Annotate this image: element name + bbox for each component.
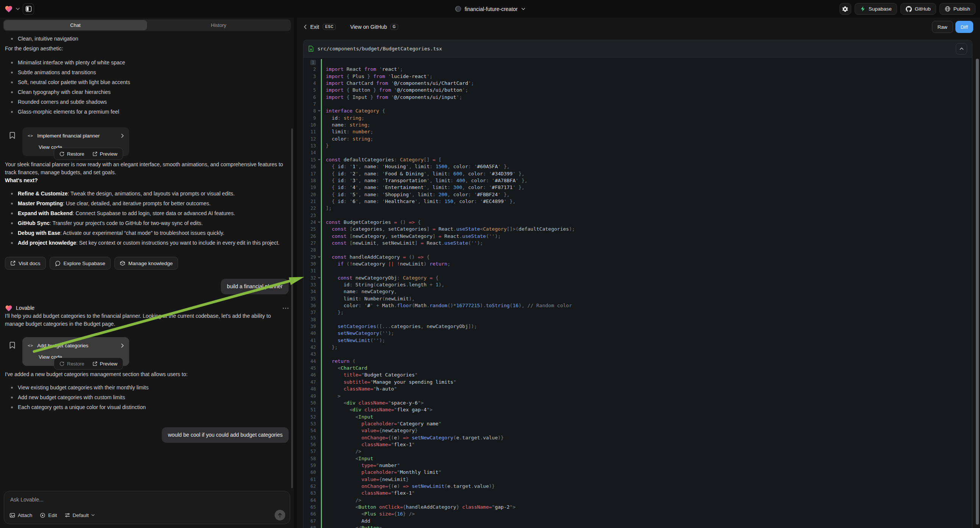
code-line: 18 { id: '3', name: 'Transportation', li…: [304, 177, 972, 184]
tab-chat[interactable]: Chat: [4, 20, 147, 30]
bookmark-icon[interactable]: [10, 342, 15, 351]
code-line: 55 onChange={(e) => setNewCategory(e.tar…: [304, 434, 972, 441]
tab-history[interactable]: History: [147, 20, 290, 30]
code-line: 24const BudgetCategories = () => {: [304, 219, 972, 226]
code-icon: <>: [28, 342, 33, 350]
sidebar-toggle-button[interactable]: [23, 3, 34, 15]
code-line: 27 const [newLimit, setNewLimit] = React…: [304, 240, 972, 247]
code-line: 1: [304, 59, 972, 66]
restore-button[interactable]: Restore: [56, 360, 88, 368]
chevron-down-icon[interactable]: [16, 8, 20, 10]
user-message: build a financial planner: [221, 279, 289, 294]
mode-selector[interactable]: Default: [65, 512, 95, 518]
code-line: 38: [304, 316, 972, 323]
bookmark-icon[interactable]: [10, 132, 15, 141]
lovable-app: financial-future-creator Supabase: [0, 0, 980, 528]
code-line: 4import ChartCard from '@/components/ui/…: [304, 80, 972, 87]
more-options-icon[interactable]: [283, 308, 289, 309]
code-line: 62 onChange={(e) => setNewLimit(e.target…: [304, 483, 972, 490]
composer-input[interactable]: Ask Lovable...: [10, 496, 284, 503]
preview-button[interactable]: Preview: [89, 150, 121, 158]
assistant-paragraph: I've added a new budget categories manag…: [5, 371, 289, 379]
code-scrollbar[interactable]: [976, 59, 979, 525]
code-line: 45 <ChartCard: [304, 365, 972, 372]
sliders-icon: [65, 512, 70, 518]
chat-bubble-icon: [55, 261, 60, 266]
list-item: Soft, neutral color palette with light b…: [5, 78, 289, 86]
code-line: 8interface Category {: [304, 108, 972, 115]
code-line: 48 className="h-auto": [304, 386, 972, 393]
assistant-name: Lovable: [16, 304, 35, 312]
list-item: Debug with Ease: Activate our experiment…: [5, 229, 289, 237]
code-panel: Exit ESC View on GitHub G Raw Diff s: [294, 18, 980, 528]
chat-composer[interactable]: Ask Lovable... Attach Edit: [4, 491, 290, 524]
list-item: Each category gets a unique color for vi…: [5, 403, 289, 411]
github-button[interactable]: GitHub: [900, 3, 936, 15]
code-line: 5import { Button } from '@/components/ui…: [304, 87, 972, 94]
chevron-right-icon: [121, 344, 124, 348]
list-item: Rounded corners and subtle shadows: [5, 98, 289, 106]
restore-icon: [59, 361, 64, 366]
esc-shortcut-badge: ESC: [323, 24, 336, 30]
restore-button[interactable]: Restore: [56, 150, 88, 158]
chat-scroll-area[interactable]: Clean, intuitive navigation For the desi…: [0, 31, 294, 488]
visit-docs-button[interactable]: Visit docs: [5, 257, 46, 270]
code-line: 2import React from 'react';: [304, 66, 972, 73]
code-line: 28: [304, 247, 972, 253]
code-line: 17 { id: '2', name: 'Food & Dining', lim…: [304, 170, 972, 177]
version-card-title: Add budget categories: [37, 342, 88, 350]
exit-button[interactable]: Exit ESC: [304, 24, 336, 30]
supabase-bolt-icon: [860, 6, 865, 12]
code-line: 67 Add: [304, 518, 972, 525]
version-card-title: Implement financial planner: [37, 132, 100, 140]
file-header[interactable]: src/components/budget/BudgetCategories.t…: [304, 40, 972, 57]
code-line: 68 </Button>: [304, 525, 972, 528]
code-line: 30 if (!newCategory || !newLimit) return…: [304, 261, 972, 267]
code-line: 26 const [newCategory, setNewCategory] =…: [304, 233, 972, 240]
code-line: 39 setCategories([...categories, newCate…: [304, 323, 972, 330]
raw-toggle-button[interactable]: Raw: [932, 21, 953, 33]
code-line: 37 };: [304, 309, 972, 316]
chevron-down-icon: [91, 514, 95, 516]
code-line: 32 const newCategoryObj: Category = {: [304, 275, 972, 281]
topbar: financial-future-creator Supabase: [0, 0, 980, 18]
code-line: 59 type="number": [304, 462, 972, 469]
added-bullet-list: View existing budget categories with the…: [5, 384, 289, 411]
code-line: 46 title="Budget Categories": [304, 372, 972, 379]
collapse-file-button[interactable]: [956, 43, 967, 54]
chat-scrollbar[interactable]: [291, 129, 293, 488]
publish-button[interactable]: Publish: [939, 3, 975, 15]
preview-button[interactable]: Preview: [89, 360, 121, 368]
file-path: src/components/budget/BudgetCategories.t…: [317, 46, 442, 51]
code-line: 15const defaultCategories: Category[] = …: [304, 156, 972, 163]
manage-knowledge-button[interactable]: Manage knowledge: [115, 257, 178, 270]
version-card-wrap: <> Implement financial planner View code: [5, 127, 289, 161]
code-line: 56 className="flex-1": [304, 441, 972, 448]
project-icon: [455, 6, 461, 12]
lovable-logo-icon[interactable]: [5, 5, 13, 13]
list-item: Add new budget categories with custom li…: [5, 394, 289, 401]
project-switcher[interactable]: financial-future-creator: [455, 0, 525, 18]
code-lines[interactable]: 12import React from 'react';3import { Pl…: [304, 57, 972, 528]
code-line: 40 setNewCategory('');: [304, 330, 972, 337]
supabase-button[interactable]: Supabase: [854, 3, 897, 15]
diff-toggle-button[interactable]: Diff: [955, 21, 973, 33]
edit-button[interactable]: Edit: [40, 512, 57, 518]
settings-button[interactable]: [840, 3, 851, 15]
send-button[interactable]: [275, 510, 285, 520]
code-line: 9 id: string;: [304, 115, 972, 122]
restore-icon: [59, 151, 64, 156]
list-item: Add project knowledge: Set key context o…: [5, 239, 289, 247]
diff-file-card: src/components/budget/BudgetCategories.t…: [303, 40, 972, 528]
assistant-message-header: Lovable: [5, 304, 289, 312]
attach-button[interactable]: Attach: [10, 512, 32, 518]
view-on-github-button[interactable]: View on GitHub G: [350, 24, 398, 30]
chat-history-tabs: Chat History: [3, 19, 291, 31]
explore-supabase-button[interactable]: Explore Supabase: [49, 257, 111, 270]
globe-icon: [945, 6, 950, 12]
code-line: 19 { id: '4', name: 'Entertainment', lim…: [304, 184, 972, 191]
assistant-paragraph: I'll help you add budget categories to t…: [5, 312, 289, 328]
code-line: 51 <div className="flex gap-4">: [304, 406, 972, 413]
code-line: 41 setNewLimit('');: [304, 337, 972, 344]
list-item: Expand with Backend: Connect Supabase to…: [5, 210, 289, 218]
